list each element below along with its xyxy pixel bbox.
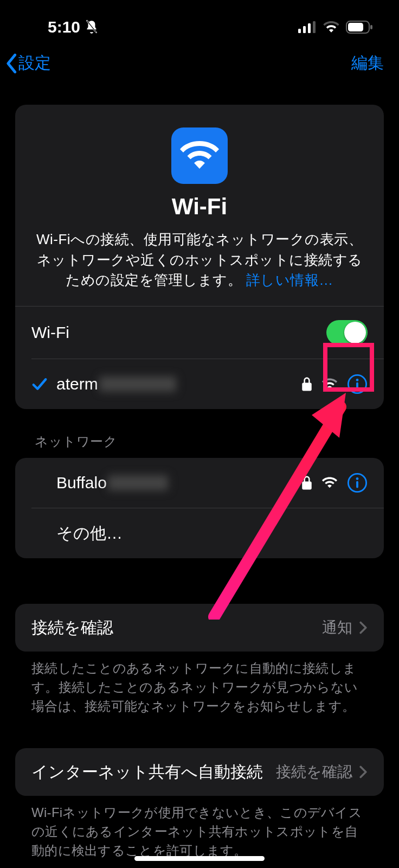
- svg-rect-9: [356, 382, 358, 390]
- home-indicator[interactable]: [134, 856, 265, 861]
- info-icon[interactable]: [347, 374, 368, 394]
- svg-rect-5: [348, 23, 363, 31]
- svg-point-8: [356, 379, 359, 381]
- info-icon[interactable]: [347, 473, 368, 493]
- back-label: 設定: [18, 52, 51, 74]
- hotspot-label: インターネット共有へ自動接続: [31, 761, 263, 783]
- wifi-settings-card: Wi-Fi Wi-Fiへの接続、使用可能なネットワークの表示、ネットワークや近く…: [15, 105, 384, 409]
- svg-point-11: [356, 477, 359, 480]
- connected-network-row[interactable]: aterm: [15, 359, 384, 409]
- ask-join-card: 接続を確認 通知: [15, 604, 384, 652]
- hotspot-footer: Wi-Fiネットワークが使用できないとき、このデバイスの近くにあるインターネット…: [15, 796, 384, 860]
- svg-rect-12: [356, 481, 358, 488]
- settings-header: Wi-Fi Wi-Fiへの接続、使用可能なネットワークの表示、ネットワークや近く…: [15, 105, 384, 306]
- status-bar: 5:10: [0, 0, 399, 38]
- learn-more-link[interactable]: 詳しい情報…: [246, 272, 333, 288]
- wifi-signal-icon: [322, 378, 337, 390]
- edit-button[interactable]: 編集: [351, 52, 384, 74]
- network-name: Buffalo: [56, 474, 169, 492]
- status-left: 5:10: [48, 18, 99, 36]
- networks-section-label: ネットワーク: [15, 409, 384, 458]
- connected-network-name: aterm: [56, 375, 176, 393]
- nav-bar: 設定 編集: [0, 38, 399, 76]
- battery-icon: [346, 21, 373, 34]
- svg-rect-1: [303, 26, 306, 33]
- chevron-right-icon: [359, 765, 368, 778]
- wifi-signal-icon: [322, 477, 337, 489]
- status-time: 5:10: [48, 18, 80, 36]
- other-network-row[interactable]: その他…: [15, 508, 384, 558]
- chevron-left-icon: [4, 53, 20, 74]
- wifi-status-icon: [323, 21, 339, 33]
- cellular-icon: [298, 21, 317, 33]
- hotspot-card: インターネット共有へ自動接続 接続を確認: [15, 748, 384, 796]
- ask-join-label: 接続を確認: [31, 617, 322, 639]
- wifi-app-icon: [171, 127, 228, 184]
- back-button[interactable]: 設定: [4, 52, 51, 74]
- checkmark-icon: [31, 377, 48, 391]
- ask-join-row[interactable]: 接続を確認 通知: [15, 604, 384, 652]
- lock-icon: [301, 476, 312, 490]
- network-row[interactable]: Buffalo: [15, 458, 384, 508]
- page-title: Wi-Fi: [31, 194, 368, 220]
- svg-rect-3: [313, 21, 316, 33]
- wifi-toggle[interactable]: [326, 320, 368, 345]
- svg-rect-6: [370, 25, 372, 29]
- wifi-toggle-row: Wi-Fi: [15, 307, 384, 359]
- hotspot-row[interactable]: インターネット共有へ自動接続 接続を確認: [15, 748, 384, 796]
- ask-join-value: 通知: [322, 617, 352, 638]
- hotspot-value: 接続を確認: [276, 762, 352, 782]
- status-right: [298, 21, 373, 34]
- ask-join-footer: 接続したことのあるネットワークに自動的に接続します。接続したことのあるネットワー…: [15, 652, 384, 716]
- other-label: その他…: [56, 522, 123, 545]
- svg-rect-2: [308, 23, 311, 33]
- svg-rect-0: [298, 29, 301, 33]
- page-description: Wi-Fiへの接続、使用可能なネットワークの表示、ネットワークや近くのホットスポ…: [31, 229, 368, 291]
- lock-icon: [301, 377, 312, 391]
- wifi-toggle-label: Wi-Fi: [31, 323, 326, 342]
- chevron-right-icon: [359, 621, 368, 634]
- dnd-icon: [85, 20, 99, 35]
- networks-card: Buffalo その他…: [15, 458, 384, 558]
